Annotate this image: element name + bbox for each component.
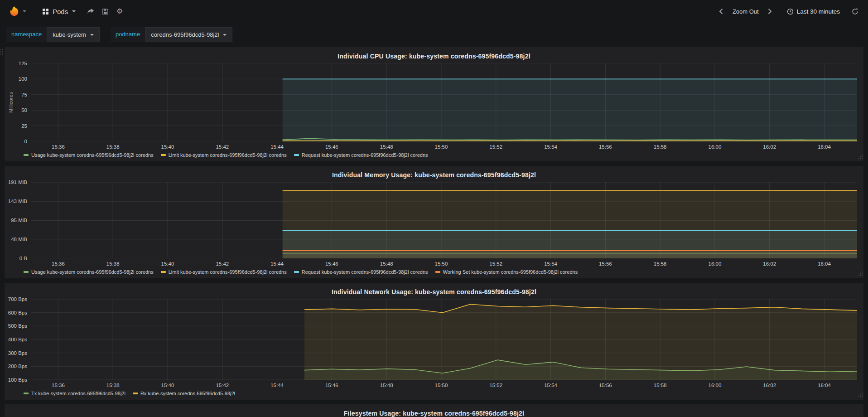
share-icon xyxy=(87,8,94,15)
panel-title[interactable]: Filesystem Usage: kube-system coredns-69… xyxy=(8,407,860,417)
legend-label: Working Set kube-system coredns-695f96dc… xyxy=(443,269,578,275)
refresh-button[interactable] xyxy=(848,5,862,18)
panel-individual-memory-usage: Individual Memory Usage: kube-system cor… xyxy=(5,166,863,278)
y-axis-title: Millicores xyxy=(8,92,14,113)
chart-canvas xyxy=(31,299,857,380)
legend-color-icon xyxy=(294,271,299,273)
plot-area[interactable]: 025507510012515:3615:3815:4015:4215:4415… xyxy=(31,63,857,141)
caret-down-icon xyxy=(90,34,94,36)
variable-namespace-value: kube-system xyxy=(53,31,86,38)
x-tick-label: 16:00 xyxy=(709,144,722,150)
legend-item[interactable]: Usage kube-system coredns-695f96dcd5-98j… xyxy=(24,152,154,158)
row-drag-handle[interactable] xyxy=(0,48,3,58)
panel-title[interactable]: Individual Memory Usage: kube-system cor… xyxy=(8,168,860,181)
x-tick-label: 15:40 xyxy=(161,383,174,388)
panel-resize-handle[interactable] xyxy=(858,391,863,399)
y-tick-label: 75 xyxy=(21,92,27,97)
legend-label: Request kube-system coredns-695f96dcd5-9… xyxy=(302,152,428,158)
plot-area[interactable]: 0 B48 MiB95 MiB143 MiB191 MiB15:3615:381… xyxy=(31,182,857,258)
panel-title[interactable]: Individual Network Usage: kube-system co… xyxy=(8,285,860,298)
navbar: Pods ⚙ Zoom Out Last 30 min xyxy=(0,0,868,23)
legend-color-icon xyxy=(435,271,440,273)
legend-item[interactable]: Request kube-system coredns-695f96dcd5-9… xyxy=(294,152,428,158)
settings-button[interactable]: ⚙ xyxy=(113,5,126,18)
legend-item[interactable]: Working Set kube-system coredns-695f96dc… xyxy=(435,269,578,275)
legend-item[interactable]: Rx kube-system coredns-695f96dcd5-98j2l xyxy=(133,391,235,396)
x-tick-label: 16:04 xyxy=(818,383,831,388)
legend-color-icon xyxy=(294,154,299,156)
panel-resize-grip-icon xyxy=(858,271,863,276)
legend: Usage kube-system coredns-695f96dcd5-98j… xyxy=(24,152,860,158)
x-tick-label: 16:04 xyxy=(818,144,831,150)
plot-area[interactable]: 100 Bps200 Bps300 Bps400 Bps500 Bps600 B… xyxy=(31,299,857,380)
series-fill xyxy=(304,304,857,380)
dashboard-actions: ⚙ xyxy=(84,5,126,18)
x-tick-label: 15:50 xyxy=(435,144,448,150)
panel-resize-grip-icon xyxy=(858,393,863,398)
legend-color-icon xyxy=(161,271,166,273)
panel-filesystem-usage: Filesystem Usage: kube-system coredns-69… xyxy=(5,404,863,417)
x-tick-label: 15:48 xyxy=(380,144,393,150)
grafana-logo-button[interactable] xyxy=(6,4,28,19)
legend-label: Usage kube-system coredns-695f96dcd5-98j… xyxy=(31,269,154,275)
panel-resize-handle[interactable] xyxy=(858,270,863,278)
grafana-app: Pods ⚙ Zoom Out Last 30 min xyxy=(0,0,868,417)
save-icon xyxy=(102,9,108,15)
y-tick-label: 95 MiB xyxy=(11,218,27,223)
x-tick-label: 15:54 xyxy=(544,383,557,388)
y-tick-label: 48 MiB xyxy=(11,237,27,242)
variable-namespace-label: namespace xyxy=(6,27,47,42)
variable-namespace-value-dropdown[interactable]: kube-system xyxy=(47,27,100,42)
x-tick-label: 15:58 xyxy=(654,261,667,267)
legend-item[interactable]: Request kube-system coredns-695f96dcd5-9… xyxy=(294,269,428,275)
chart-canvas xyxy=(31,63,857,141)
zoom-out-button[interactable]: Zoom Out xyxy=(732,8,760,15)
panel-title[interactable]: Individual CPU Usage: kube-system coredn… xyxy=(8,49,860,63)
x-tick-label: 15:54 xyxy=(544,144,557,150)
x-tick-label: 15:46 xyxy=(325,383,338,388)
x-tick-label: 16:02 xyxy=(763,383,776,388)
x-tick-label: 15:46 xyxy=(325,261,338,267)
y-tick-label: 700 Bps xyxy=(8,296,27,302)
dashboard-picker-button[interactable]: Pods xyxy=(38,5,80,19)
caret-down-icon xyxy=(223,34,227,36)
x-tick-label: 15:38 xyxy=(106,144,120,150)
x-tick-label: 15:40 xyxy=(161,144,174,150)
legend-color-icon xyxy=(133,393,138,394)
y-tick-label: 100 Bps xyxy=(8,377,27,383)
y-tick-label: 191 MiB xyxy=(8,179,27,185)
dashboard-title: Pods xyxy=(53,8,68,15)
logo-caret-icon xyxy=(23,10,26,12)
y-tick-label: 300 Bps xyxy=(8,350,27,356)
legend-item[interactable]: Limit kube-system coredns-695f96dcd5-98j… xyxy=(161,269,287,275)
legend-item[interactable]: Limit kube-system coredns-695f96dcd5-98j… xyxy=(161,152,287,158)
share-button[interactable] xyxy=(84,5,97,18)
x-tick-label: 15:52 xyxy=(489,144,502,150)
legend-label: Limit kube-system coredns-695f96dcd5-98j… xyxy=(169,152,287,158)
legend-item[interactable]: Usage kube-system coredns-695f96dcd5-98j… xyxy=(24,269,154,275)
x-tick-label: 16:02 xyxy=(763,144,776,150)
variable-podname-value-dropdown[interactable]: coredns-695f96dcd5-98j2l xyxy=(145,27,232,42)
legend-color-icon xyxy=(24,271,29,273)
legend-item[interactable]: Tx kube-system coredns-695f96dcd5-98j2l xyxy=(24,391,125,396)
x-tick-label: 16:00 xyxy=(709,383,722,388)
gear-icon: ⚙ xyxy=(116,8,123,15)
series-fill xyxy=(283,251,857,258)
x-tick-label: 15:36 xyxy=(52,144,65,150)
y-tick-label: 143 MiB xyxy=(8,199,27,204)
time-range-button[interactable]: Last 30 minutes xyxy=(787,8,840,15)
save-button[interactable] xyxy=(98,5,112,18)
panel-resize-handle[interactable] xyxy=(858,153,863,161)
dashboards-grid-icon xyxy=(43,9,48,15)
y-tick-label: 600 Bps xyxy=(8,310,27,315)
x-tick-label: 15:42 xyxy=(216,383,229,388)
variable-namespace: namespace kube-system xyxy=(6,27,100,42)
legend-label: Usage kube-system coredns-695f96dcd5-98j… xyxy=(31,152,154,158)
chevron-right-icon xyxy=(768,8,772,15)
variable-podname: podname coredns-695f96dcd5-98j2l xyxy=(111,27,233,42)
x-tick-label: 15:42 xyxy=(216,144,229,150)
time-forward-button[interactable] xyxy=(763,5,777,18)
x-tick-label: 15:56 xyxy=(599,144,612,150)
clock-icon xyxy=(787,8,794,15)
time-back-button[interactable] xyxy=(714,5,728,18)
